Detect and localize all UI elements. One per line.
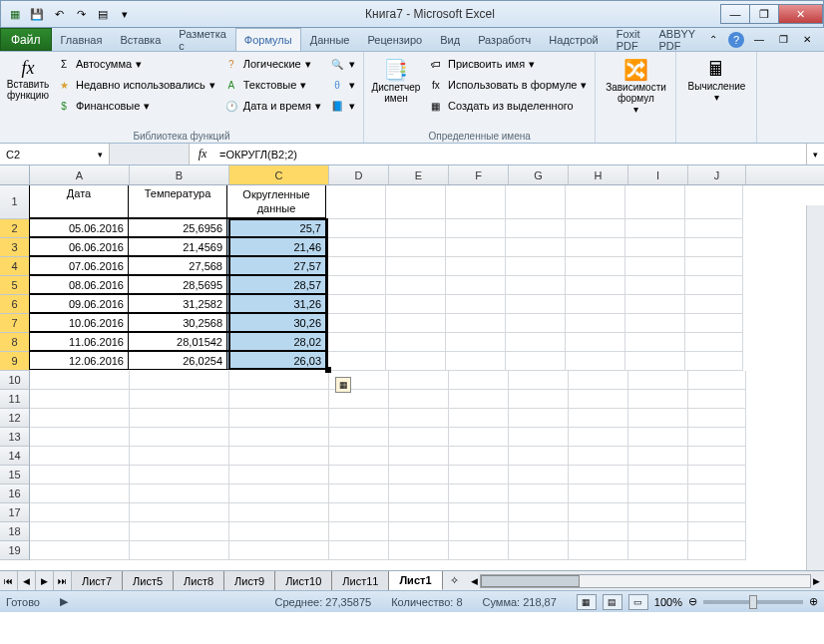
help-icon[interactable]: ? [728, 32, 744, 48]
add-sheet-button[interactable]: ✧ [443, 571, 467, 590]
cell[interactable] [628, 522, 688, 541]
cell[interactable]: 10.06.2016 [29, 313, 129, 332]
cell[interactable] [685, 276, 743, 295]
cell[interactable] [229, 409, 329, 428]
sheet-tab[interactable]: Лист1 [389, 571, 442, 590]
cell[interactable] [446, 352, 506, 371]
cell[interactable] [386, 257, 446, 276]
cell[interactable] [329, 409, 389, 428]
cell[interactable] [688, 522, 746, 541]
cell[interactable]: 31,2582 [128, 294, 227, 313]
row-header[interactable]: 18 [0, 522, 30, 541]
fx-button[interactable]: fx [190, 144, 215, 164]
cell[interactable] [625, 238, 685, 257]
cell[interactable]: 07.06.2016 [29, 256, 129, 275]
define-name-button[interactable]: 🏷Присвоить имя ▾ [424, 54, 592, 74]
column-header[interactable]: I [628, 165, 688, 184]
cell[interactable] [566, 295, 625, 314]
cell[interactable]: Температура [128, 185, 227, 218]
cell[interactable] [688, 409, 746, 428]
cell[interactable] [449, 428, 509, 447]
cell[interactable] [329, 428, 389, 447]
name-manager-button[interactable]: 📑 Диспетчер имен [368, 54, 424, 116]
cell[interactable] [688, 503, 746, 522]
cell[interactable] [389, 371, 449, 390]
cell[interactable] [449, 409, 509, 428]
cell[interactable] [329, 541, 389, 560]
cell[interactable]: 11.06.2016 [29, 332, 129, 351]
formula-dependencies-button[interactable]: 🔀 Зависимости формул ▾ [600, 54, 671, 119]
cell[interactable] [569, 541, 628, 560]
cell[interactable] [685, 257, 743, 276]
cell[interactable] [569, 371, 628, 390]
cell[interactable] [386, 295, 446, 314]
cell[interactable]: 26,0254 [128, 351, 227, 370]
row-header[interactable]: 3 [0, 238, 30, 257]
autosum-button[interactable]: ΣАвтосумма ▾ [52, 54, 219, 74]
cell[interactable] [628, 428, 688, 447]
sheet-tab[interactable]: Лист11 [332, 571, 389, 590]
ribbon-tab[interactable]: Разметка с [170, 28, 235, 51]
cell[interactable]: 27,568 [128, 256, 227, 275]
cell[interactable] [566, 352, 625, 371]
ribbon-tab[interactable]: Вид [431, 28, 469, 51]
cell[interactable] [625, 333, 685, 352]
cell[interactable] [566, 257, 625, 276]
cell[interactable] [30, 522, 130, 541]
cell[interactable] [326, 276, 386, 295]
cell[interactable]: 21,46 [226, 237, 326, 256]
last-sheet-icon[interactable]: ⏭ [54, 571, 72, 590]
redo-icon[interactable]: ↷ [71, 4, 91, 24]
cell[interactable] [30, 390, 130, 409]
sheet-tab[interactable]: Лист7 [72, 571, 123, 590]
cell[interactable] [389, 409, 449, 428]
cell[interactable] [628, 409, 688, 428]
minimize-ribbon-icon[interactable]: ⌃ [704, 32, 722, 48]
cell[interactable] [509, 371, 569, 390]
sheet-tab[interactable]: Лист5 [123, 571, 174, 590]
cell[interactable] [509, 503, 569, 522]
row-header[interactable]: 15 [0, 466, 30, 484]
cell[interactable] [685, 185, 743, 219]
row-header[interactable]: 4 [0, 257, 30, 276]
cell[interactable] [625, 219, 685, 238]
cell[interactable] [506, 352, 566, 371]
expand-formula-bar-icon[interactable]: ▾ [806, 144, 824, 164]
row-header[interactable]: 12 [0, 409, 30, 428]
sub-close-icon[interactable]: ✕ [798, 32, 816, 48]
next-sheet-icon[interactable]: ▶ [36, 571, 54, 590]
select-all-button[interactable] [0, 165, 30, 184]
sheet-tab[interactable]: Лист10 [275, 571, 332, 590]
cell[interactable] [509, 522, 569, 541]
cell[interactable] [130, 541, 229, 560]
cell[interactable] [446, 185, 506, 219]
cell[interactable] [389, 390, 449, 409]
text-button[interactable]: AТекстовые ▾ [219, 75, 325, 95]
first-sheet-icon[interactable]: ⏮ [0, 571, 18, 590]
cell[interactable] [688, 428, 746, 447]
cell[interactable] [569, 428, 628, 447]
sheet-tab[interactable]: Лист8 [174, 571, 224, 590]
row-header[interactable]: 1 [0, 185, 30, 219]
cell[interactable]: 28,02 [226, 332, 326, 351]
column-header[interactable]: A [30, 165, 130, 184]
cell[interactable] [506, 257, 566, 276]
cell[interactable] [509, 447, 569, 466]
page-setup-icon[interactable]: ▤ [93, 4, 113, 24]
calculation-button[interactable]: 🖩 Вычисление ▾ [680, 54, 752, 107]
cell[interactable] [329, 503, 389, 522]
undo-icon[interactable]: ↶ [49, 4, 69, 24]
cell[interactable]: 28,01542 [128, 332, 227, 351]
cell[interactable]: 28,5695 [128, 275, 227, 294]
cell[interactable] [130, 390, 229, 409]
cell[interactable] [389, 522, 449, 541]
zoom-level[interactable]: 100% [654, 596, 682, 608]
cell[interactable] [685, 314, 743, 333]
column-header[interactable]: J [688, 165, 746, 184]
cell[interactable] [30, 428, 130, 447]
cell[interactable] [130, 428, 229, 447]
cell[interactable] [506, 238, 566, 257]
ribbon-tab[interactable]: Надстрой [540, 28, 607, 51]
cell[interactable]: 30,2568 [128, 313, 227, 332]
cell[interactable] [569, 447, 628, 466]
